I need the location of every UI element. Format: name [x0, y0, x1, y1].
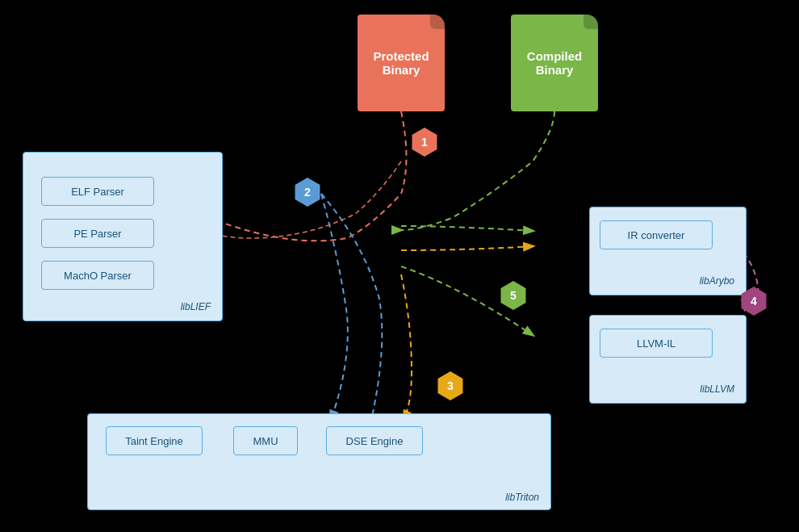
protected-binary-box: Protected Binary	[358, 15, 445, 111]
elf-parser-box: ELF Parser	[41, 177, 154, 206]
dse-engine-box: DSE Engine	[326, 426, 423, 455]
libtriton-panel: Taint Engine MMU DSE Engine libTriton	[87, 413, 551, 510]
compiled-binary-label: Compiled Binary	[519, 49, 590, 77]
hex-5: 5	[499, 281, 528, 310]
liblief-panel: ELF Parser PE Parser MachO Parser libLIE…	[23, 152, 223, 321]
hex-2: 2	[293, 178, 322, 207]
taint-engine-box: Taint Engine	[106, 426, 203, 455]
hex-1: 1	[410, 128, 439, 157]
liblief-label: libLIEF	[181, 301, 211, 312]
hex-3: 3	[436, 371, 465, 400]
libllvm-label: libLLVM	[700, 383, 734, 395]
libarybo-panel: IR converter libArybo	[589, 207, 747, 295]
llvm-il-box: LLVM-IL	[600, 329, 713, 358]
mmu-box: MMU	[233, 426, 298, 455]
compiled-binary-box: Compiled Binary	[511, 15, 598, 111]
ir-converter-box: IR converter	[600, 220, 713, 249]
protected-binary-label: Protected Binary	[366, 49, 437, 77]
pe-parser-box: PE Parser	[41, 219, 154, 248]
macho-parser-box: MachO Parser	[41, 261, 154, 290]
libtriton-label: libTriton	[505, 492, 539, 503]
diagram: Protected Binary Compiled Binary ELF Par…	[0, 0, 799, 532]
libllvm-panel: LLVM-IL libLLVM	[589, 315, 747, 404]
libarybo-label: libArybo	[700, 275, 734, 287]
